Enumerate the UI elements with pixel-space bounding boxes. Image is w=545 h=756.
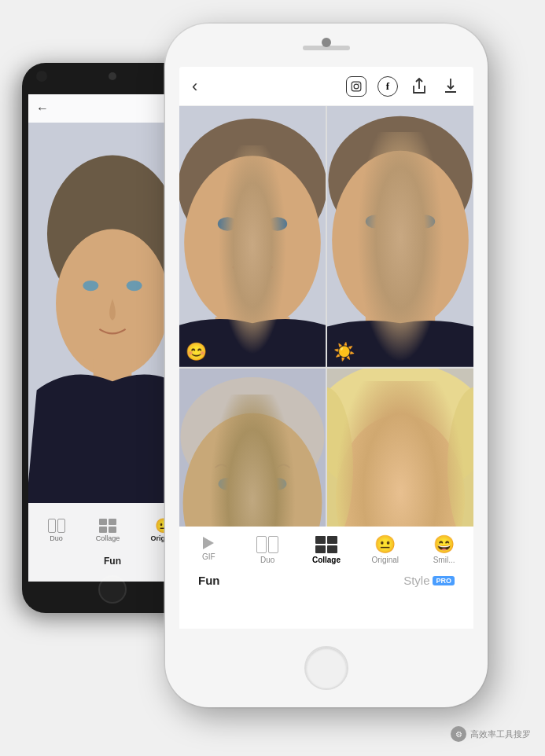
cell-emoji-top-right: ☀️ <box>333 343 355 361</box>
android-tab-duo[interactable]: Duo <box>48 519 65 542</box>
iphone-tab-gif[interactable]: GIF <box>189 536 228 561</box>
svg-point-8 <box>359 83 359 84</box>
svg-point-31 <box>447 387 473 548</box>
iphone-bottom-labels: Fun Style PRO <box>179 567 473 587</box>
svg-point-11 <box>184 156 321 329</box>
watermark-icon: ⚙ <box>451 726 466 742</box>
iphone-tab-original[interactable]: 😐 Original <box>366 536 405 564</box>
svg-rect-6 <box>352 82 361 91</box>
svg-point-22 <box>180 377 324 497</box>
svg-point-25 <box>268 477 287 490</box>
svg-rect-14 <box>215 317 290 354</box>
iphone-tabs-row: GIF Duo <box>179 527 473 567</box>
watermark-text: 高效率工具搜罗 <box>470 728 531 740</box>
duo-icon <box>48 519 65 533</box>
scene: ← ◎ Duo <box>0 0 545 756</box>
iphone-duo-icon <box>256 536 278 553</box>
collage-cell-top-left: 😊 <box>179 106 326 367</box>
collage-cell-top-right: ☀️ <box>327 106 473 367</box>
android-back-arrow[interactable]: ← <box>36 101 49 116</box>
svg-point-28 <box>327 369 473 499</box>
instagram-icon[interactable] <box>346 76 366 97</box>
svg-rect-15 <box>327 106 473 367</box>
svg-point-18 <box>366 215 385 228</box>
gif-icon <box>197 536 219 550</box>
svg-point-13 <box>267 217 287 230</box>
iphone: ‹ f <box>165 24 488 707</box>
collage-icon <box>99 519 116 533</box>
share-icon[interactable] <box>409 76 429 97</box>
pro-badge: PRO <box>433 576 455 585</box>
iphone-tab-duo[interactable]: Duo <box>248 536 287 564</box>
iphone-tab-collage[interactable]: Collage <box>307 536 346 564</box>
face-young-happy <box>179 106 326 367</box>
iphone-camera <box>322 38 331 47</box>
svg-point-3 <box>83 281 98 291</box>
iphone-home-button[interactable] <box>304 646 348 690</box>
svg-point-4 <box>127 281 142 291</box>
face-young-serious <box>327 106 473 367</box>
svg-point-7 <box>354 84 359 89</box>
svg-point-17 <box>332 151 469 329</box>
iphone-fun-label[interactable]: Fun <box>198 574 220 587</box>
iphone-original-emoji: 😐 <box>374 536 396 553</box>
cell-emoji-top-left: 😊 <box>186 343 207 361</box>
iphone-tab-smile[interactable]: 😄 Smil... <box>425 536 464 564</box>
svg-point-12 <box>218 217 238 230</box>
svg-rect-20 <box>366 314 435 354</box>
download-icon[interactable] <box>440 76 461 97</box>
facebook-icon[interactable]: f <box>377 76 398 97</box>
svg-point-30 <box>327 387 353 548</box>
iphone-smile-emoji: 😄 <box>433 536 455 553</box>
iphone-collage-icon <box>315 536 337 553</box>
svg-point-33 <box>411 472 433 487</box>
svg-point-16 <box>328 116 472 245</box>
svg-point-24 <box>219 477 238 490</box>
iphone-top-bar: ‹ f <box>179 67 473 106</box>
watermark: ⚙ 高效率工具搜罗 <box>451 726 531 742</box>
iphone-bottom-area: GIF Duo <box>179 527 473 629</box>
iphone-back-arrow[interactable]: ‹ <box>192 78 197 95</box>
svg-point-19 <box>415 215 435 228</box>
iphone-style-label[interactable]: Style PRO <box>403 574 455 587</box>
android-tab-collage[interactable]: Collage <box>96 519 120 542</box>
svg-point-32 <box>366 472 388 487</box>
